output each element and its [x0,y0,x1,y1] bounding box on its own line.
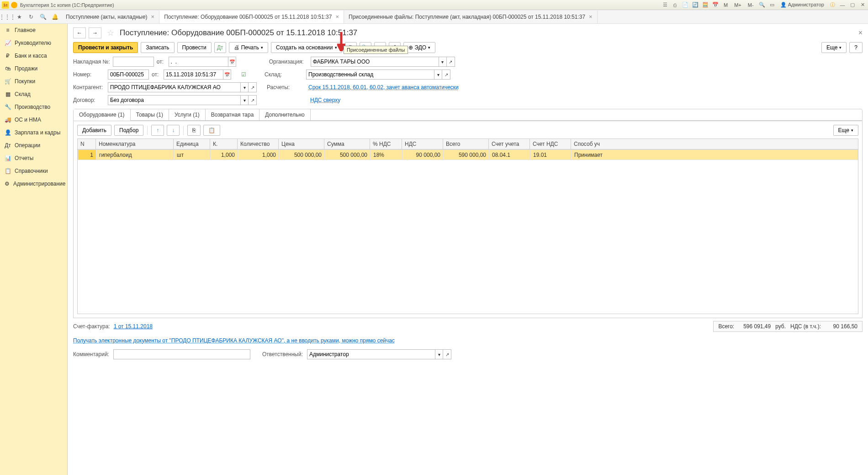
tab-close-icon[interactable]: × [151,13,155,20]
col-vatpct[interactable]: % НДС [370,139,402,149]
invoice-date-input[interactable] [169,57,228,67]
counterparty-input[interactable] [108,82,240,92]
open-icon[interactable]: ↗ [442,69,450,80]
print-button[interactable]: 🖨 Печать ▾ [229,42,268,53]
col-price[interactable]: Цена [279,139,324,149]
calendar-icon[interactable]: 📅 [712,1,719,9]
number-input[interactable] [108,69,149,80]
table-row[interactable]: 1 гипербалоид шт 1,000 1,000 500 000,00 … [78,150,858,160]
add-row-button[interactable]: Добавить [77,125,111,136]
sidebar-item-purchases[interactable]: 🛒Покупки [0,75,67,88]
doc-icon[interactable]: 📄 [682,1,689,9]
more-button[interactable]: Еще ▾ [821,42,847,53]
contract-input[interactable] [108,95,240,105]
sidebar-item-production[interactable]: 🔧Производство [0,101,67,113]
refresh-icon[interactable]: 🔄 [692,1,699,9]
favorite-icon[interactable]: ★ [14,11,25,22]
memory-mplus[interactable]: M+ [732,2,743,8]
minimize-icon[interactable]: — [839,1,846,9]
subtab-equipment[interactable]: Оборудование (1) [74,109,131,121]
col-nomenclature[interactable]: Номенклатура [96,139,174,149]
calc-link[interactable]: Срок 15.11.2018, 60.01, 60.02, зачет ава… [308,84,459,91]
col-qty[interactable]: Количество [238,139,279,149]
sidebar-item-manager[interactable]: 📈Руководителю [0,37,67,49]
subtab-returnable[interactable]: Возвратная тара [206,109,260,120]
sidebar-item-main[interactable]: ≡Главное [0,24,67,37]
open-icon[interactable]: ↗ [249,82,257,92]
chevron-down-icon[interactable]: ▾ [435,349,443,359]
list-icon[interactable]: ☰ [662,1,669,9]
sidebar-item-warehouse[interactable]: ▦Склад [0,88,67,101]
table-more-button[interactable]: Еще ▾ [833,125,858,136]
select-button[interactable]: Подбор [114,125,143,136]
col-n[interactable]: N [78,139,96,149]
history-icon[interactable]: ↻ [26,11,37,22]
star-icon[interactable]: ☆ [107,28,114,38]
sidebar-item-reports[interactable]: 📊Отчеты [0,152,67,165]
col-unit[interactable]: Единица [174,139,210,149]
post-close-button[interactable]: Провести и закрыть [73,42,138,53]
sidebar-item-bank[interactable]: ₽Банк и касса [0,49,67,62]
forward-button[interactable]: → [89,27,101,38]
notifications-icon[interactable]: 🔔 [49,11,60,22]
open-icon[interactable]: ↗ [447,57,455,67]
col-accvat[interactable]: Счет НДС [530,139,571,149]
paste-button[interactable]: 📋 [203,125,220,136]
memory-m[interactable]: M [722,2,730,8]
search-icon[interactable]: 🔍 [758,1,766,9]
move-down-button[interactable]: ↓ [167,125,180,136]
print-icon[interactable]: ⎙ [672,1,679,9]
responsible-input[interactable] [307,349,435,359]
copy-button[interactable]: ⎘ [187,125,201,136]
date-input[interactable] [164,69,223,80]
tab-close-icon[interactable]: × [589,13,593,20]
vat-link[interactable]: НДС сверху [310,97,340,103]
col-method[interactable]: Способ уч [571,139,858,149]
sidebar-item-assets[interactable]: 🚚ОС и НМА [0,113,67,126]
help-button[interactable]: ? [849,42,863,53]
save-button[interactable]: Записать [141,42,174,53]
calendar-icon[interactable]: 📅 [223,69,231,80]
tab-close-icon[interactable]: × [335,13,339,20]
apps-icon[interactable]: ⋮⋮⋮ [2,11,13,22]
subtab-services[interactable]: Услуги (1) [169,109,206,120]
org-input[interactable] [311,57,439,67]
edoc-link[interactable]: Получать электронные документы от "ПРОДО… [73,337,395,344]
tab-1[interactable]: Поступление: Оборудование 00БП-000025 от… [159,11,344,23]
warehouse-input[interactable] [306,69,434,80]
move-up-button[interactable]: ↑ [151,125,164,136]
panel-icon[interactable]: ▭ [768,1,776,9]
tab-0[interactable]: Поступление (акты, накладные)× [61,11,159,23]
calendar-icon[interactable]: 📅 [228,57,236,67]
subtab-goods[interactable]: Товары (1) [131,109,169,120]
col-total[interactable]: Всего [443,139,489,149]
back-button[interactable]: ← [73,27,86,38]
open-icon[interactable]: ↗ [249,95,257,105]
sidebar-item-sales[interactable]: 🛍Продажи [0,62,67,75]
create-based-button[interactable]: Создать на основании ▾ [271,42,342,53]
col-sum[interactable]: Сумма [324,139,370,149]
chevron-down-icon[interactable]: ▾ [240,95,249,105]
tab-2[interactable]: Присоединенные файлы: Поступление (акт, … [344,11,598,23]
sidebar-item-hr[interactable]: 👤Зарплата и кадры [0,126,67,139]
invoice-link[interactable]: 1 от 15.11.2018 [114,323,153,330]
sidebar-item-operations[interactable]: ДтОперации [0,139,67,152]
original-icon[interactable]: ☑ [241,71,246,78]
dtkt-button[interactable]: Дт [214,42,226,53]
memory-mminus[interactable]: M- [746,2,756,8]
col-vat[interactable]: НДС [402,139,443,149]
subtab-additional[interactable]: Дополнительно [259,109,310,120]
post-button[interactable]: Провести [177,42,212,53]
comment-input[interactable] [113,349,250,359]
invoice-no-input[interactable] [113,57,154,67]
sidebar-item-catalogs[interactable]: 📋Справочники [0,165,67,177]
col-acc[interactable]: Счет учета [489,139,530,149]
col-k[interactable]: К. [210,139,238,149]
close-icon[interactable]: ✕ [859,1,866,9]
app-menu-icon[interactable] [11,2,17,8]
info-icon[interactable]: ⓘ [829,1,836,9]
calc-icon[interactable]: 🧮 [702,1,709,9]
open-icon[interactable]: ↗ [443,349,451,359]
sidebar-item-admin[interactable]: ⚙Администрирование [0,177,67,190]
chevron-down-icon[interactable]: ▾ [434,69,442,80]
